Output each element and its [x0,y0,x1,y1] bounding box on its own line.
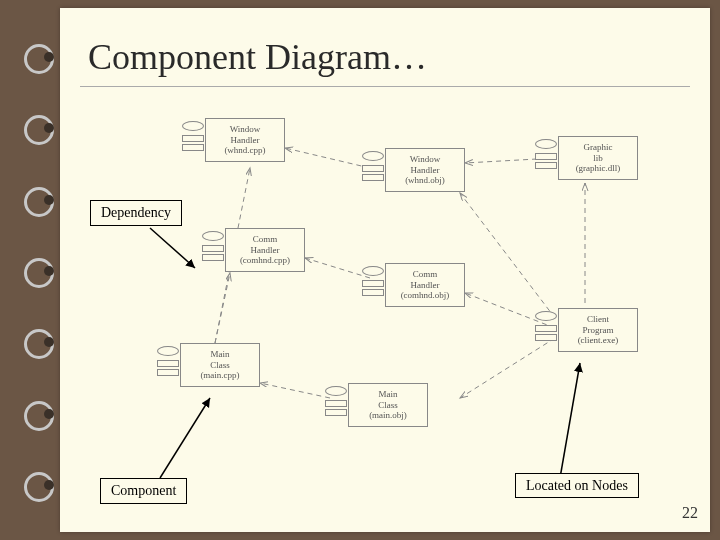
comp-label: Class [210,360,230,371]
ring-icon [18,470,56,498]
component-main-class-obj: Main Class (main.obj) [348,383,428,427]
slide: Component Diagram… [60,8,710,532]
svg-line-0 [285,148,370,168]
comp-label: Main [379,389,398,400]
title-underline [80,86,690,87]
svg-line-7 [215,273,230,343]
comp-label: Handler [411,280,440,291]
ring-icon [18,327,56,355]
comp-label: (whnd.obj) [405,175,445,186]
comp-label: (main.obj) [369,410,407,421]
callout-located-on-nodes: Located on Nodes [515,473,639,498]
comp-label: Program [583,325,614,336]
comp-label: Handler [251,245,280,256]
comp-label: Class [378,400,398,411]
svg-line-12 [560,363,580,478]
comp-label: Comm [413,269,438,280]
ring-icon [18,256,56,284]
comp-label: (main.cpp) [200,370,239,381]
callout-component: Component [100,478,187,504]
svg-line-11 [160,398,210,478]
component-window-handler-obj: Window Handler (whnd.obj) [385,148,465,192]
comp-label: (whnd.cpp) [224,145,265,156]
binder-rings [18,0,58,540]
ring-icon [18,399,56,427]
svg-line-4 [460,338,555,398]
page-number: 22 [682,504,698,522]
component-graphic-lib: Graphic lib (graphic.dll) [558,136,638,180]
svg-line-5 [460,193,555,318]
component-main-class-cpp: Main Class (main.cpp) [180,343,260,387]
svg-line-6 [260,383,330,398]
ring-icon [18,42,56,70]
svg-line-10 [150,228,195,268]
comp-label: Comm [253,234,278,245]
ring-icon [18,185,56,213]
comp-label: Handler [411,165,440,176]
slide-title: Component Diagram… [60,8,710,86]
component-client-program: Client Program (client.exe) [558,308,638,352]
comp-label: Window [410,154,441,165]
comp-label: Graphic [584,142,613,153]
component-comm-handler-cpp: Comm Handler (comhnd.cpp) [225,228,305,272]
comp-label: Window [230,124,261,135]
comp-label: Handler [231,135,260,146]
comp-label: lib [593,153,603,164]
component-comm-handler-obj: Comm Handler (comhnd.obj) [385,263,465,307]
comp-label: (comhnd.obj) [401,290,450,301]
svg-line-2 [305,258,370,278]
callout-dependency: Dependency [90,200,182,226]
comp-label: (client.exe) [578,335,619,346]
diagram-canvas: Window Handler (whnd.cpp) Window Handler… [60,108,710,508]
ring-icon [18,113,56,141]
comp-label: Main [211,349,230,360]
comp-label: (comhnd.cpp) [240,255,290,266]
comp-label: Client [587,314,609,325]
comp-label: (graphic.dll) [576,163,621,174]
component-window-handler-cpp: Window Handler (whnd.cpp) [205,118,285,162]
